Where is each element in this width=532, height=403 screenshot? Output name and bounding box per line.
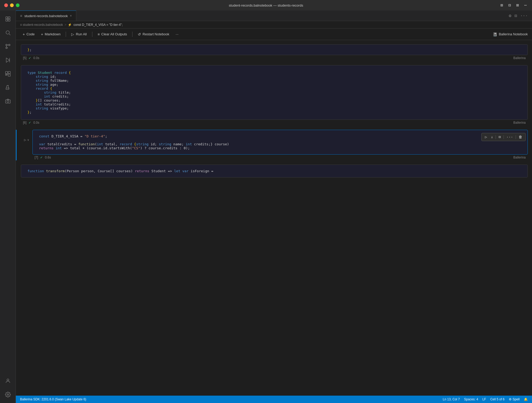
spell-check: ⚙ Spell bbox=[509, 397, 520, 401]
main-content: ≡ student-records.balnotebook × ⚙ ⊡ ··· … bbox=[16, 11, 532, 403]
minimize-button[interactable] bbox=[10, 3, 14, 7]
tab-bar: ≡ student-records.balnotebook × ⚙ ⊡ ··· bbox=[16, 11, 532, 21]
cell-5-status: ✓ bbox=[28, 56, 31, 60]
close-button[interactable] bbox=[4, 3, 8, 7]
svg-rect-1 bbox=[8, 17, 10, 19]
tab-student-records[interactable]: ≡ student-records.balnotebook × bbox=[16, 11, 76, 21]
add-markdown-label: Markdown bbox=[45, 32, 60, 36]
more-toolbar-button[interactable]: ··· bbox=[173, 31, 181, 37]
maximize-button[interactable] bbox=[16, 3, 20, 7]
cell-5-content: }; bbox=[27, 48, 521, 52]
breadcrumb-file: ≡ student-records.balnotebook bbox=[20, 23, 63, 27]
tab-file-icon: ≡ bbox=[20, 14, 22, 18]
engine-label: Ballerina Notebook bbox=[499, 32, 528, 36]
cell-6-number: [6] bbox=[23, 121, 26, 124]
cell-6-content: type Student record { string id; string … bbox=[27, 71, 521, 114]
run-all-button[interactable]: ▷ Run All bbox=[69, 31, 89, 37]
svg-point-4 bbox=[6, 31, 9, 34]
sidebar-toggle-icon[interactable]: ⊞ bbox=[499, 3, 504, 8]
add-code-button[interactable]: + Code bbox=[20, 31, 37, 37]
plus-icon2: + bbox=[41, 32, 43, 36]
svg-rect-15 bbox=[5, 100, 10, 103]
action-sep2 bbox=[504, 135, 504, 139]
add-markdown-button[interactable]: + Markdown bbox=[38, 31, 63, 37]
more-cell-actions-button[interactable]: ··· bbox=[505, 135, 514, 140]
run-all-label: Run All bbox=[76, 32, 87, 36]
delete-cell-button[interactable]: 🗑 bbox=[517, 135, 523, 140]
run-below-button[interactable]: ⇓ bbox=[490, 134, 494, 140]
notebook-icon: 📓 bbox=[493, 32, 497, 36]
sidebar-item-source-control[interactable] bbox=[2, 40, 14, 53]
notebook-toolbar: + Code + Markdown ▷ Run All ≡ Clear All … bbox=[16, 28, 532, 40]
clear-outputs-button[interactable]: ≡ Clear All Outputs bbox=[95, 31, 130, 37]
cell-7: ▷ ⇓ ⊟ ··· 🗑 ▷ ∨ const D_TIER_4_VISA = "D… bbox=[16, 130, 532, 160]
layout-icon[interactable]: ⊠ bbox=[515, 3, 520, 8]
restart-label: Restart Notebook bbox=[142, 32, 169, 36]
cell-5-time: 0.0s bbox=[33, 56, 39, 60]
cell-5-number: [5] bbox=[23, 56, 26, 60]
toolbar-separator2 bbox=[92, 32, 92, 37]
svg-rect-2 bbox=[6, 19, 7, 21]
breadcrumb-sep1: > bbox=[64, 23, 66, 27]
activity-bar bbox=[0, 11, 16, 403]
sidebar-item-explorer[interactable] bbox=[2, 13, 14, 25]
traffic-lights bbox=[4, 3, 20, 7]
more-label: ··· bbox=[176, 32, 179, 36]
run-all-icon: ▷ bbox=[71, 32, 74, 36]
sidebar-item-run[interactable] bbox=[2, 54, 14, 66]
sidebar-item-account[interactable] bbox=[2, 375, 14, 387]
svg-line-5 bbox=[9, 34, 10, 35]
status-bar: Ballerina SDK: 2201.6.0 (Swan Lake Updat… bbox=[16, 396, 532, 403]
svg-point-16 bbox=[7, 100, 9, 102]
cell-7-footer: [7] ✓ 0.6s Ballerina bbox=[17, 155, 532, 160]
more-actions-icon[interactable]: ··· bbox=[520, 13, 528, 18]
layout-split-icon[interactable]: ⊡ bbox=[515, 13, 517, 18]
sidebar-item-search[interactable] bbox=[2, 26, 14, 39]
svg-rect-13 bbox=[8, 74, 10, 76]
cell-7-number: [7] bbox=[35, 156, 38, 159]
svg-rect-12 bbox=[8, 71, 10, 74]
more-icon[interactable]: ⋯ bbox=[523, 3, 528, 8]
title-actions: ⊞ ⊟ ⊠ ⋯ bbox=[499, 3, 528, 8]
svg-point-6 bbox=[6, 44, 7, 46]
cell-6-engine: Ballerina bbox=[513, 121, 526, 124]
svg-rect-3 bbox=[8, 19, 10, 21]
svg-marker-9 bbox=[6, 58, 10, 63]
svg-point-17 bbox=[7, 379, 9, 381]
run-icon: ▷ bbox=[24, 138, 26, 142]
toolbar-right: 📓 Ballerina Notebook bbox=[493, 32, 528, 36]
cell-7-status: ✓ bbox=[40, 156, 43, 159]
svg-rect-11 bbox=[5, 71, 7, 74]
cell-6-status: ✓ bbox=[28, 121, 31, 124]
app-layout: ≡ student-records.balnotebook × ⚙ ⊡ ··· … bbox=[0, 11, 532, 403]
split-cell-button[interactable]: ⊟ bbox=[497, 134, 502, 140]
cell-5-footer: [5] ✓ 0.0s Ballerina bbox=[17, 55, 532, 61]
status-right: Ln 13, Col 7 Spaces: 4 LF Cell 5 of 6 ⚙ … bbox=[443, 397, 528, 401]
sidebar-item-camera[interactable] bbox=[2, 95, 14, 108]
cell-7-time: 0.6s bbox=[45, 156, 51, 159]
panel-toggle-icon[interactable]: ⊟ bbox=[507, 3, 512, 8]
cell-7-content: const D_TIER_4_VISA = "D tier-4"; var to… bbox=[39, 134, 521, 150]
cell-5-engine: Ballerina bbox=[513, 56, 526, 60]
clear-icon: ≡ bbox=[98, 32, 100, 36]
notebook-area[interactable]: }; [5] ✓ 0.0s Ballerina type Student rec… bbox=[16, 40, 532, 396]
cell-6-footer: [6] ✓ 0.0s Ballerina bbox=[17, 120, 532, 126]
svg-point-7 bbox=[8, 44, 10, 46]
run-cell-button[interactable]: ▷ bbox=[484, 134, 488, 140]
cell-8-content: function transform(Person person, Course… bbox=[27, 169, 521, 173]
status-left: Ballerina SDK: 2201.6.0 (Swan Lake Updat… bbox=[20, 397, 86, 401]
settings-icon[interactable]: ⚙ bbox=[509, 13, 511, 18]
svg-point-18 bbox=[7, 394, 9, 395]
sidebar-item-extensions[interactable] bbox=[2, 68, 14, 80]
cell-position: Cell 5 of 6 bbox=[490, 397, 505, 401]
add-code-label: Code bbox=[26, 32, 35, 36]
cell-6-time: 0.0s bbox=[33, 121, 39, 124]
sidebar-item-settings[interactable] bbox=[2, 388, 14, 401]
tab-close-button[interactable]: × bbox=[70, 14, 72, 18]
cell-7-run-area[interactable]: ▷ ∨ bbox=[24, 138, 29, 142]
restart-notebook-button[interactable]: ↺ Restart Notebook bbox=[135, 31, 172, 37]
clear-outputs-label: Clear All Outputs bbox=[101, 32, 127, 36]
sidebar-item-flask[interactable] bbox=[2, 81, 14, 94]
breadcrumb-symbol: const D_TIER_4_VISA = "D tier-4"; bbox=[73, 23, 122, 27]
cell-5: }; [5] ✓ 0.0s Ballerina bbox=[16, 44, 532, 61]
